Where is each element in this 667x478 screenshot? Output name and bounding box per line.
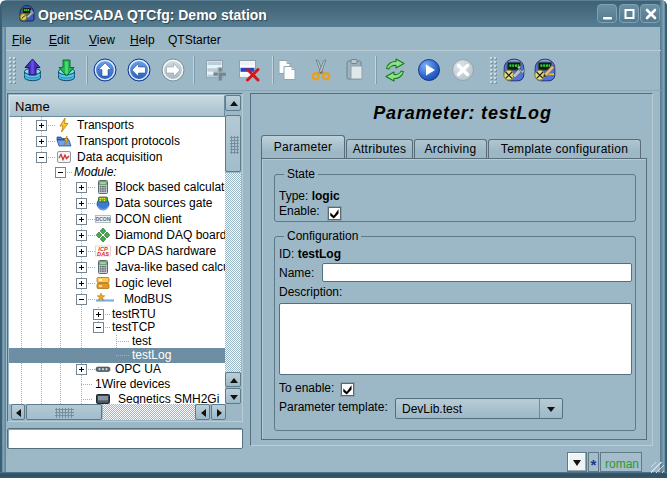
svg-text:DCON: DCON	[96, 216, 111, 222]
svg-text:DAS: DAS	[97, 251, 109, 257]
